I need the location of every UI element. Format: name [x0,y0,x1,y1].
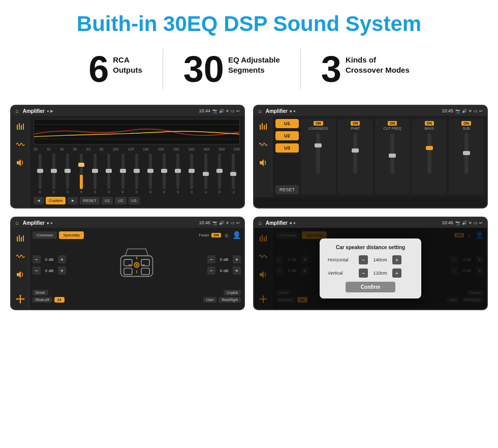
eq-slider-0[interactable]: 0 [39,154,42,194]
screen-body-4: Common Specialty ON ||| 👤 − 0 dB + [254,228,487,309]
vol-fr-val: 0 dB [217,257,231,262]
svg-marker-21 [23,298,25,300]
svg-rect-1 [19,123,20,130]
eq-slider-6[interactable]: 0 [121,154,124,194]
eq-slider-12[interactable]: -1 [204,154,207,194]
status-icons-2: 📷🔊✕▭↩ [455,109,483,113]
wave-icon-3[interactable] [14,250,26,262]
vol-rr-val: 0 dB [217,268,231,273]
eq-slider-1[interactable]: 0 [52,154,55,194]
stat-item-crossover: 3 Kinds ofCrossover Modes [301,51,430,87]
eq-slider-5[interactable]: 0 [107,154,110,194]
svg-rect-0 [17,125,18,130]
arrows-icon-3[interactable] [14,293,26,305]
copilot-button[interactable]: Copilot [224,290,241,295]
confirm-button[interactable]: Confirm [346,282,395,292]
fader-bottom-bar-2: RearLeft All User RearRight [33,297,241,303]
eq-icon-2[interactable] [257,120,269,132]
dialog-title: Car speaker distance setting [328,245,413,250]
home-icon-4[interactable]: ⌂ [258,220,262,226]
bass-label: BASS [424,127,434,130]
eq-u2-button[interactable]: U2 [115,197,126,204]
wave-icon[interactable] [14,138,26,151]
stat-number-crossover: 3 [321,51,341,87]
vol-fl-plus[interactable]: + [58,255,66,263]
speaker-icon[interactable] [14,157,26,169]
rearleft-button[interactable]: RearLeft [33,297,52,303]
cutfreq-on[interactable]: ON [388,121,397,126]
vol-rl-minus[interactable]: − [33,266,41,275]
eq-slider-13[interactable]: 0 [218,154,221,194]
eq-slider-9[interactable]: 0 [163,154,166,194]
svg-rect-26 [141,268,149,275]
cutfreq-slider[interactable] [390,133,394,174]
wave-icon-2[interactable] [257,138,269,151]
vol-fr-minus[interactable]: − [207,255,215,263]
vol-fl-minus[interactable]: − [33,255,41,263]
home-icon-2[interactable]: ⌂ [258,108,262,114]
eq-reset-button[interactable]: RESET [80,197,100,204]
screen-fader: ⌂ Amplifier ■ ● 10:46 📷🔊✕▭↩ [10,217,245,310]
svg-marker-4 [17,159,21,166]
eq-custom-button[interactable]: Custom [46,197,66,204]
vertical-plus[interactable]: + [392,268,401,278]
channel-cutfreq: ON CUT FREQ [375,119,410,194]
eq-icon-3[interactable] [14,232,26,244]
eq-slider-11[interactable]: 0 [190,154,193,194]
loudness-slider[interactable] [316,133,320,174]
all-button[interactable]: All [54,297,65,303]
sub-slider[interactable] [464,133,469,174]
speaker-layout: − 0 dB + − 0 dB + [33,242,241,288]
horizontal-plus[interactable]: + [392,255,401,264]
rearright-button[interactable]: RearRight [219,297,241,303]
eq-slider-4[interactable]: 0 [94,154,97,194]
eq-u1-button[interactable]: U1 [102,197,113,204]
eq-slider-8[interactable]: 0 [149,154,152,194]
u1-button[interactable]: U1 [275,119,299,128]
common-tab[interactable]: Common [33,231,57,239]
vertical-minus[interactable]: − [359,268,368,278]
horizontal-minus[interactable]: − [359,255,368,264]
eq-slider-3[interactable]: 5 [80,154,83,194]
u2-button[interactable]: U2 [275,131,299,140]
specialty-tab[interactable]: Specialty [59,231,83,239]
eq-prev-button[interactable]: ◄ [34,197,44,204]
eq-icon[interactable] [14,120,26,132]
amp-reset-button[interactable]: RESET [275,185,299,194]
eq-play-button[interactable]: ► [68,197,78,204]
left-sidebar-3 [11,228,29,309]
eq-u3-button[interactable]: U3 [129,197,140,204]
sub-on[interactable]: ON [461,121,471,126]
bass-on[interactable]: ON [425,121,434,126]
phat-slider[interactable] [353,133,357,174]
vol-rr: − 0 dB + [207,266,241,275]
bass-slider[interactable] [427,133,431,174]
status-bar-3: ⌂ Amplifier ■ ● 10:46 📷🔊✕▭↩ [11,218,244,228]
eq-slider-7[interactable]: 0 [135,154,138,194]
stats-row: 6 RCAOutputs 30 EQ AdjustableSegments 3 … [0,44,498,100]
svg-rect-13 [17,236,18,242]
speaker-icon-3[interactable] [14,268,26,281]
svg-point-28 [136,264,138,266]
vol-fr-plus[interactable]: + [233,255,241,263]
u3-button[interactable]: U3 [275,143,299,153]
loudness-on[interactable]: ON [314,121,323,126]
vol-rr-minus[interactable]: − [207,266,215,275]
home-icon-3[interactable]: ⌂ [15,220,19,226]
svg-rect-11 [266,124,267,130]
dialog-overlay: Car speaker distance setting Horizontal … [254,228,487,309]
vol-rr-plus[interactable]: + [233,266,241,275]
right-vol-controls: − 0 dB + − 0 dB + [207,255,241,275]
phat-on[interactable]: ON [351,121,360,126]
user-button[interactable]: User [203,297,217,303]
eq-slider-10[interactable]: 0 [176,154,179,194]
eq-sliders[interactable]: 0 0 0 5 0 [34,153,240,194]
eq-slider-2[interactable]: 0 [66,154,69,194]
speaker-icon-2[interactable] [257,157,269,169]
home-icon[interactable]: ⌂ [15,108,19,114]
vol-rl-plus[interactable]: + [58,266,66,275]
driver-button[interactable]: Driver [33,290,48,295]
eq-slider-14[interactable]: -1 [232,154,235,194]
svg-rect-9 [262,123,263,130]
stat-number-eq: 30 [183,51,224,87]
